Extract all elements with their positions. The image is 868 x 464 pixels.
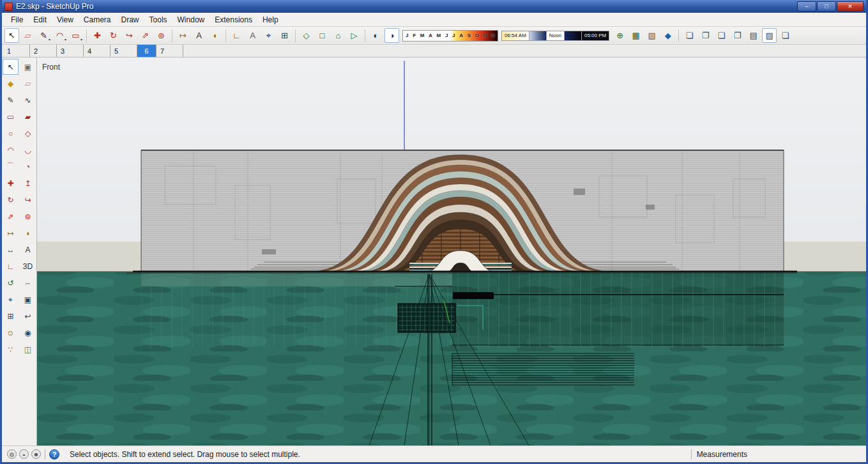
dropdown-arrow-icon[interactable]: ▾ xyxy=(80,38,82,42)
zoom-button[interactable]: ⌖ xyxy=(261,28,276,43)
view-top-button[interactable]: □ xyxy=(315,28,330,43)
push-pull-tool-button[interactable]: ↥ xyxy=(20,175,36,191)
page-next-button[interactable]: ❐ xyxy=(730,28,745,43)
scene-tab-7[interactable]: 7 xyxy=(156,45,183,57)
page-list-button[interactable]: ▤ xyxy=(746,28,761,43)
polygon-tool-button[interactable]: ◇ xyxy=(20,125,36,141)
pan-tool-button[interactable]: ⇔ xyxy=(20,275,36,291)
pie-tool-button[interactable]: ◔ xyxy=(20,159,36,174)
close-button[interactable]: ✕ xyxy=(837,1,864,12)
paint-bucket-tool-button[interactable]: ◆ xyxy=(3,75,19,91)
page-copy-button[interactable]: ❐ xyxy=(698,28,713,43)
axes-tool-button[interactable]: ∟ xyxy=(3,258,19,274)
eraser-tool-button[interactable]: ▱ xyxy=(20,75,36,91)
orbit-tool-button[interactable]: ↺ xyxy=(3,275,19,291)
scene-tab-2[interactable]: 2 xyxy=(30,45,57,57)
menu-item-view[interactable]: View xyxy=(52,13,79,26)
dropdown-arrow-icon[interactable]: ▾ xyxy=(65,38,66,42)
scene-tab-6[interactable]: 6 xyxy=(137,45,156,57)
previous-view-tool-button[interactable]: ↩ xyxy=(20,308,36,324)
follow-me-button[interactable]: ↪ xyxy=(122,28,137,43)
photo-textures-button[interactable]: ▧ xyxy=(644,28,659,43)
geolocation-icon[interactable]: ◍ xyxy=(7,449,17,459)
extension-warehouse-button[interactable]: ◆ xyxy=(660,28,675,43)
page-style-button[interactable]: ▨ xyxy=(762,28,777,43)
section-plane-tool-button[interactable]: ◫ xyxy=(20,341,36,357)
tape-measure-button[interactable]: ↦ xyxy=(176,28,190,43)
rotated-rectangle-tool-button[interactable]: ▰ xyxy=(20,109,36,125)
position-camera-tool-button[interactable]: ☺ xyxy=(3,325,19,341)
menu-item-extensions[interactable]: Extensions xyxy=(209,13,257,26)
shadow-time-start[interactable]: 06:54 AM xyxy=(501,31,529,41)
text-button[interactable]: A xyxy=(245,28,260,43)
circle-tool-button[interactable]: ○ xyxy=(3,125,19,141)
arc-tool-button[interactable]: ◠ xyxy=(3,142,19,158)
offset-tool-button[interactable]: ⊚ xyxy=(20,208,36,224)
dimension-tool-button[interactable]: ↔ xyxy=(3,242,19,258)
view-iso-button[interactable]: ◇ xyxy=(299,28,314,43)
zoom-tool-button[interactable]: ⌖ xyxy=(3,291,19,307)
make-component-tool-button[interactable]: ▣ xyxy=(20,59,36,75)
three-point-arc-tool-button[interactable]: ⌒ xyxy=(3,159,19,174)
page-prev-button[interactable]: ❏ xyxy=(714,28,729,43)
menu-item-window[interactable]: Window xyxy=(172,13,210,26)
view-front-button[interactable]: ⌂ xyxy=(331,28,346,43)
titlebar[interactable]: E2.skp - SketchUp Pro –□✕ xyxy=(2,0,866,13)
measurements-input[interactable] xyxy=(752,449,861,460)
menu-item-tools[interactable]: Tools xyxy=(144,13,172,26)
protractor-tool-button[interactable]: ◖ xyxy=(20,225,36,241)
model-canvas[interactable] xyxy=(37,58,866,445)
eraser-button[interactable]: ▱ xyxy=(20,28,35,43)
page-add-button[interactable]: ❏ xyxy=(682,28,697,43)
zoom-extents-tool-button[interactable]: ⊞ xyxy=(3,308,19,324)
axes-button[interactable]: ∟ xyxy=(229,28,244,43)
protractor-button[interactable]: ◖ xyxy=(208,28,222,43)
offset-button[interactable]: ⊚ xyxy=(154,28,169,43)
add-location-button[interactable]: ⊕ xyxy=(613,28,627,43)
follow-me-tool-button[interactable]: ↪ xyxy=(20,192,36,208)
menu-item-help[interactable]: Help xyxy=(257,13,284,26)
menu-item-edit[interactable]: Edit xyxy=(28,13,52,26)
shadow-settings-button[interactable]: ◐ xyxy=(369,28,383,43)
user-icon[interactable]: ☻ xyxy=(31,449,41,459)
arc-button[interactable]: ◠▾ xyxy=(52,28,67,43)
menu-item-file[interactable]: File xyxy=(6,13,28,26)
credits-icon[interactable]: ◒ xyxy=(19,449,29,459)
freehand-tool-button[interactable]: ∿ xyxy=(20,92,36,108)
shadow-month-slider[interactable]: JFMAMJJASOND xyxy=(402,30,498,42)
text-tool-button[interactable]: A xyxy=(20,242,36,258)
move-tool-button[interactable]: ✚ xyxy=(3,175,19,191)
page-settings-button[interactable]: ❏ xyxy=(778,28,793,43)
shapes-button[interactable]: ▭▾ xyxy=(68,28,83,43)
model-viewport[interactable]: Front xyxy=(37,58,866,445)
select-tool-button[interactable]: ↖ xyxy=(3,59,19,75)
dimension-button[interactable]: A xyxy=(192,28,206,43)
select-button[interactable]: ↖ xyxy=(4,28,19,43)
menu-item-camera[interactable]: Camera xyxy=(79,13,116,26)
two-point-arc-tool-button[interactable]: ◡ xyxy=(20,142,36,158)
scene-tab-3[interactable]: 3 xyxy=(57,45,84,57)
tape-measure-tool-button[interactable]: ↦ xyxy=(3,225,19,241)
zoom-extents-button[interactable]: ⊞ xyxy=(277,28,292,43)
shadow-time-slider[interactable]: 06:54 AM Noon 05:00 PM xyxy=(501,30,609,42)
shadow-time-end[interactable]: 05:00 PM xyxy=(581,31,609,41)
rotate-tool-button[interactable]: ↻ xyxy=(3,192,19,208)
dropdown-arrow-icon[interactable]: ▾ xyxy=(49,38,50,42)
scene-tab-5[interactable]: 5 xyxy=(110,45,137,57)
move-button[interactable]: ✚ xyxy=(90,28,105,43)
toggle-terrain-button[interactable]: ▦ xyxy=(628,28,643,43)
scene-tab-4[interactable]: 4 xyxy=(84,45,110,57)
walk-tool-button[interactable]: ∵ xyxy=(3,341,19,357)
scene-tab-1[interactable]: 1 xyxy=(3,45,30,57)
scale-tool-button[interactable]: ⇗ xyxy=(3,208,19,224)
shadows-toggle-button[interactable]: ◑ xyxy=(385,28,399,43)
menu-item-draw[interactable]: Draw xyxy=(116,13,144,26)
maximize-button[interactable]: □ xyxy=(817,1,836,12)
look-around-tool-button[interactable]: ◉ xyxy=(20,325,36,341)
rectangle-tool-button[interactable]: ▭ xyxy=(3,109,19,125)
rotate-button[interactable]: ↻ xyxy=(106,28,121,43)
zoom-window-tool-button[interactable]: ▣ xyxy=(20,291,36,307)
help-icon[interactable]: ? xyxy=(49,449,59,460)
line-button[interactable]: ✎▾ xyxy=(36,28,51,43)
line-tool-button[interactable]: ✎ xyxy=(3,92,19,108)
